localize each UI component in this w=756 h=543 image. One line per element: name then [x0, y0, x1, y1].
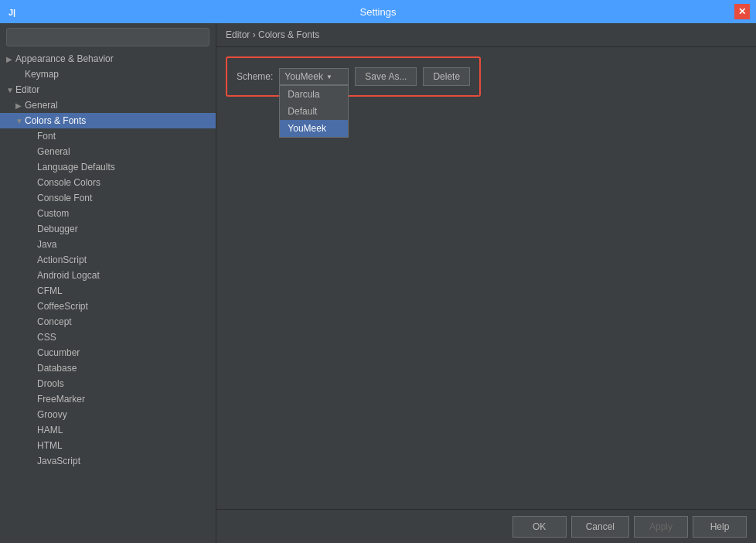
sidebar-item-label: Console Font: [37, 193, 92, 203]
close-button[interactable]: ✕: [734, 4, 750, 19]
window-title: Settings: [22, 6, 734, 18]
sidebar-item-label: Java: [37, 239, 56, 250]
tree-arrow-icon: ▶: [6, 55, 15, 63]
sidebar-item-appearance-behavior[interactable]: ▶Appearance & Behavior: [0, 51, 216, 67]
delete-button[interactable]: Delete: [423, 67, 470, 86]
sidebar-item-label: Keymap: [25, 69, 59, 80]
sidebar-item-css[interactable]: CSS: [0, 330, 216, 345]
sidebar: ▶Appearance & BehaviorKeymap▼Editor▶Gene…: [0, 23, 216, 543]
sidebar-item-cucumber[interactable]: Cucumber: [0, 345, 216, 360]
title-bar: J| Settings ✕: [0, 0, 756, 23]
sidebar-item-general-sub[interactable]: General: [0, 144, 216, 159]
sidebar-item-colors-fonts[interactable]: ▼Colors & Fonts: [0, 113, 216, 128]
sidebar-item-console-font[interactable]: Console Font: [0, 190, 216, 206]
sidebar-item-console-colors[interactable]: Console Colors: [0, 175, 216, 190]
sidebar-item-actionscript[interactable]: ActionScript: [0, 252, 216, 268]
dropdown-item-darcula[interactable]: Darcula: [280, 86, 348, 103]
sidebar-item-label: Drools: [37, 378, 64, 389]
sidebar-item-label: Debugger: [37, 224, 78, 234]
scheme-label: Scheme:: [237, 71, 273, 82]
sidebar-item-label: General: [25, 100, 58, 111]
sidebar-item-html[interactable]: HTML: [0, 438, 216, 453]
cancel-button[interactable]: Cancel: [571, 516, 629, 538]
dropdown-item-youmeek[interactable]: YouMeek: [280, 120, 348, 137]
app-logo: J|: [6, 4, 22, 19]
svg-text:J|: J|: [9, 8, 15, 17]
sidebar-item-label: CFML: [37, 285, 63, 296]
sidebar-item-drools[interactable]: Drools: [0, 376, 216, 391]
scheme-dropdown-menu: DarculaDefaultYouMeek: [279, 85, 349, 138]
settings-content: Scheme: YouMeek ▼ DarculaDefaultYouMeek …: [216, 47, 756, 509]
tree-arrow-icon: ▼: [15, 117, 25, 125]
sidebar-item-label: CoffeeScript: [37, 301, 88, 312]
help-button[interactable]: Help: [693, 516, 747, 538]
bottom-bar: OK Cancel Apply Help: [216, 509, 756, 543]
sidebar-item-freemarker[interactable]: FreeMarker: [0, 391, 216, 407]
sidebar-item-label: Android Logcat: [37, 270, 100, 281]
sidebar-item-label: FreeMarker: [37, 394, 85, 405]
main-container: ▶Appearance & BehaviorKeymap▼Editor▶Gene…: [0, 23, 756, 543]
sidebar-item-groovy[interactable]: Groovy: [0, 407, 216, 422]
tree-arrow-icon: ▼: [6, 86, 15, 94]
scheme-panel: Scheme: YouMeek ▼ DarculaDefaultYouMeek …: [226, 56, 481, 97]
sidebar-item-general[interactable]: ▶General: [0, 97, 216, 113]
sidebar-item-custom[interactable]: Custom: [0, 206, 216, 221]
content-area: Editor › Colors & Fonts Scheme: YouMeek …: [216, 23, 756, 543]
sidebar-item-label: Font: [37, 131, 56, 142]
sidebar-item-cfml[interactable]: CFML: [0, 283, 216, 299]
sidebar-item-label: CSS: [37, 332, 56, 343]
sidebar-item-label: Cucumber: [37, 347, 80, 358]
scheme-row: Scheme: YouMeek ▼ DarculaDefaultYouMeek …: [237, 67, 470, 86]
sidebar-item-label: Custom: [37, 208, 69, 219]
sidebar-item-label: Appearance & Behavior: [15, 53, 114, 64]
sidebar-item-label: Database: [37, 363, 77, 374]
ok-button[interactable]: OK: [513, 516, 567, 538]
sidebar-item-debugger[interactable]: Debugger: [0, 221, 216, 237]
scheme-dropdown-container: YouMeek ▼ DarculaDefaultYouMeek: [279, 68, 349, 85]
sidebar-item-label: JavaScript: [37, 456, 80, 466]
sidebar-item-label: ActionScript: [37, 254, 87, 265]
dropdown-item-default[interactable]: Default: [280, 103, 348, 120]
apply-button[interactable]: Apply: [634, 516, 688, 538]
scheme-dropdown-button[interactable]: YouMeek ▼: [279, 68, 349, 85]
sidebar-item-editor[interactable]: ▼Editor: [0, 82, 216, 97]
sidebar-item-label: Colors & Fonts: [25, 115, 86, 126]
dropdown-arrow-icon: ▼: [326, 73, 332, 80]
search-input[interactable]: [6, 28, 209, 46]
scheme-current-value: YouMeek: [284, 71, 323, 82]
sidebar-item-label: Groovy: [37, 409, 67, 420]
sidebar-item-label: Concept: [37, 316, 72, 327]
save-as-button[interactable]: Save As...: [355, 67, 417, 86]
sidebar-item-javascript[interactable]: JavaScript: [0, 453, 216, 469]
breadcrumb: Editor › Colors & Fonts: [216, 23, 756, 47]
sidebar-item-android-logcat[interactable]: Android Logcat: [0, 268, 216, 283]
sidebar-item-label: Console Colors: [37, 177, 100, 188]
sidebar-item-label: General: [37, 146, 70, 157]
sidebar-item-haml[interactable]: HAML: [0, 422, 216, 438]
sidebar-item-concept[interactable]: Concept: [0, 314, 216, 330]
tree-arrow-icon: ▶: [15, 101, 25, 110]
sidebar-item-language-defaults[interactable]: Language Defaults: [0, 159, 216, 175]
sidebar-item-font[interactable]: Font: [0, 128, 216, 144]
sidebar-item-keymap[interactable]: Keymap: [0, 67, 216, 82]
sidebar-item-label: HAML: [37, 425, 63, 435]
sidebar-item-label: Language Defaults: [37, 162, 115, 172]
sidebar-item-java[interactable]: Java: [0, 237, 216, 252]
sidebar-item-label: Editor: [15, 84, 39, 95]
sidebar-item-coffeescript[interactable]: CoffeeScript: [0, 299, 216, 314]
sidebar-item-label: HTML: [37, 440, 63, 451]
sidebar-item-database[interactable]: Database: [0, 360, 216, 376]
